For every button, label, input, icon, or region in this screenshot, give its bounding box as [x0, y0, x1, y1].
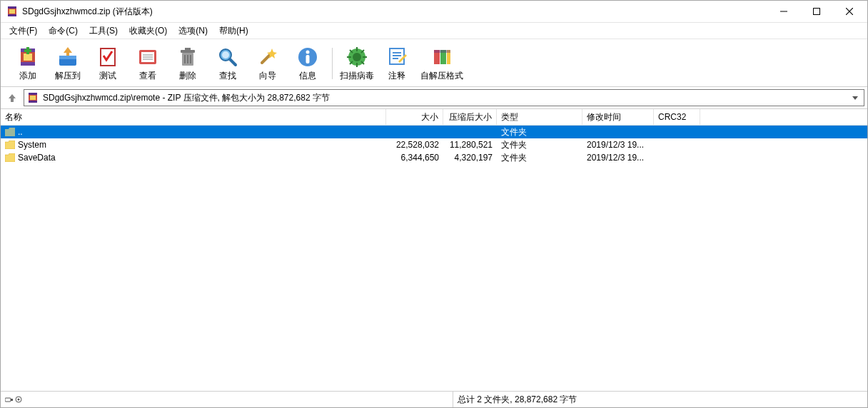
window-title: SDgdGsjhxzhwmcd.zip (评估版本) [22, 6, 153, 18]
up-arrow-icon [7, 93, 17, 103]
folder-up-icon [5, 128, 15, 136]
status-summary: 总计 2 文件夹, 28,872,682 字节 [453, 394, 867, 406]
svg-point-37 [353, 53, 361, 61]
archive-add-icon [16, 46, 39, 68]
svg-rect-56 [29, 101, 37, 103]
header-name[interactable]: 名称 [1, 109, 386, 125]
status-left [1, 392, 453, 407]
archive-icon [27, 92, 39, 103]
list-row[interactable]: System 22,528,032 11,280,521 文件夹 2019/12… [1, 138, 867, 151]
menu-file[interactable]: 文件(F) [4, 24, 43, 39]
tb-find-button[interactable]: 查找 [208, 44, 248, 83]
list-row[interactable]: SaveData 6,344,650 4,320,197 文件夹 2019/12… [1, 151, 867, 164]
tb-comment-label: 注释 [388, 70, 405, 82]
app-icon [6, 6, 18, 17]
titlebar: SDgdGsjhxzhwmcd.zip (评估版本) [1, 1, 867, 23]
svg-rect-55 [29, 93, 37, 95]
svg-point-34 [306, 50, 310, 53]
tb-view-label: 查看 [139, 70, 156, 82]
header-packed[interactable]: 压缩后大小 [443, 109, 497, 125]
svg-rect-1 [8, 6, 16, 9]
info-icon [296, 46, 319, 68]
header-type[interactable]: 类型 [497, 109, 582, 125]
svg-rect-5 [814, 9, 820, 15]
svg-rect-15 [59, 56, 76, 59]
svg-rect-23 [181, 50, 195, 53]
test-icon [96, 46, 119, 68]
row-modified: 2019/12/3 19... [582, 140, 654, 150]
extract-icon [56, 46, 79, 68]
folder-icon [5, 153, 15, 162]
addressbar: SDgdGsjhxzhwmcd.zip\remote - ZIP 压缩文件, 解… [1, 87, 867, 109]
row-name: SaveData [18, 153, 56, 163]
row-packed: 4,320,197 [443, 153, 497, 163]
sfx-icon [430, 46, 453, 68]
up-button[interactable] [4, 89, 21, 106]
svg-rect-53 [434, 50, 450, 53]
tb-wizard-button[interactable]: 向导 [248, 44, 288, 83]
status-indicator-icon [5, 396, 22, 403]
tb-sfx-label: 自解压格式 [420, 70, 463, 82]
tb-info-button[interactable]: 信息 [288, 44, 328, 83]
tb-view-button[interactable]: 查看 [128, 44, 168, 83]
tb-scan-label: 扫描病毒 [340, 70, 374, 82]
svg-rect-59 [11, 399, 13, 401]
tb-extract-label: 解压到 [55, 70, 81, 82]
svg-rect-57 [30, 96, 36, 100]
wizard-icon [256, 46, 279, 68]
svg-rect-10 [21, 62, 35, 66]
tb-test-button[interactable]: 测试 [88, 44, 128, 83]
menu-help[interactable]: 帮助(H) [213, 24, 254, 39]
row-packed: 11,280,521 [443, 140, 497, 150]
tb-comment-button[interactable]: 注释 [377, 44, 417, 83]
row-type: 文件夹 [497, 139, 582, 151]
file-list[interactable]: .. 文件夹 System 22,528,032 11,280,521 文件夹 … [1, 126, 867, 391]
app-window: SDgdGsjhxzhwmcd.zip (评估版本) 文件(F) 命令(C) 工… [0, 0, 868, 408]
row-type: 文件夹 [497, 152, 582, 164]
header-crc[interactable]: CRC32 [654, 109, 700, 125]
tb-delete-label: 删除 [179, 70, 196, 82]
row-size: 22,528,032 [386, 140, 443, 150]
header-modified[interactable]: 修改时间 [582, 109, 654, 125]
minimize-button[interactable] [767, 1, 800, 22]
tb-info-label: 信息 [299, 70, 316, 82]
menu-options[interactable]: 选项(N) [173, 24, 213, 39]
folder-icon [5, 141, 15, 149]
tb-delete-button[interactable]: 删除 [168, 44, 208, 83]
address-text: SDgdGsjhxzhwmcd.zip\remote - ZIP 压缩文件, 解… [43, 92, 845, 104]
address-dropdown-button[interactable] [849, 95, 861, 101]
row-name: System [18, 140, 46, 150]
svg-point-29 [222, 51, 229, 58]
svg-rect-2 [8, 14, 16, 16]
svg-rect-58 [5, 398, 11, 402]
maximize-button[interactable] [800, 1, 833, 22]
svg-rect-35 [306, 55, 310, 63]
menu-command[interactable]: 命令(C) [43, 24, 84, 39]
list-row-up[interactable]: .. 文件夹 [1, 126, 867, 138]
tb-add-button[interactable]: 添加 [8, 44, 48, 83]
row-modified: 2019/12/3 19... [582, 153, 654, 163]
menu-tools[interactable]: 工具(S) [84, 24, 123, 39]
toolbar-separator [332, 48, 333, 79]
close-button[interactable] [833, 1, 866, 22]
toolbar: 添加 解压到 测试 查看 删除 查找 向导 信息 [1, 39, 867, 87]
virus-scan-icon [345, 46, 368, 68]
search-icon [216, 46, 239, 68]
row-up-type: 文件夹 [497, 126, 582, 138]
tb-wizard-label: 向导 [259, 70, 276, 82]
tb-scan-button[interactable]: 扫描病毒 [337, 44, 377, 83]
tb-add-label: 添加 [19, 70, 36, 82]
tb-sfx-button[interactable]: 自解压格式 [417, 44, 467, 83]
tb-extract-button[interactable]: 解压到 [48, 44, 88, 83]
svg-point-61 [18, 399, 20, 401]
tb-test-label: 测试 [99, 70, 116, 82]
svg-rect-24 [185, 48, 191, 50]
statusbar: 总计 2 文件夹, 28,872,682 字节 [1, 391, 867, 407]
address-field[interactable]: SDgdGsjhxzhwmcd.zip\remote - ZIP 压缩文件, 解… [24, 89, 864, 106]
column-headers: 名称 大小 压缩后大小 类型 修改时间 CRC32 [1, 109, 867, 126]
svg-line-30 [230, 59, 236, 65]
header-size[interactable]: 大小 [386, 109, 443, 125]
menu-favorites[interactable]: 收藏夹(O) [123, 24, 173, 39]
comment-icon [385, 46, 408, 68]
row-up-name: .. [18, 127, 23, 137]
